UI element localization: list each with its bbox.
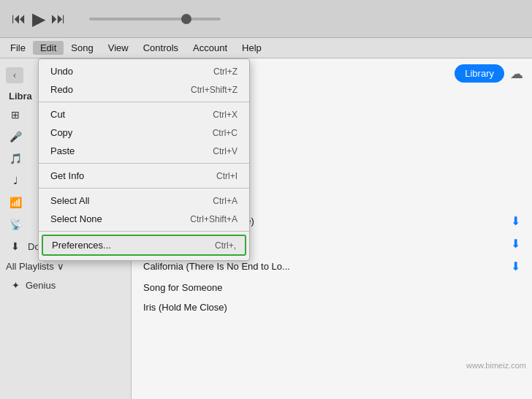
paste-label: Paste	[50, 145, 75, 156]
dropdown-undo[interactable]: Undo Ctrl+Z	[39, 62, 249, 80]
undo-label: Undo	[50, 66, 73, 77]
song-title: Song for Someone	[143, 282, 421, 293]
cut-label: Cut	[50, 109, 65, 120]
chevron-down-icon: ∨	[57, 261, 64, 272]
rewind-button[interactable]: ⏮	[12, 10, 26, 27]
separator-3	[39, 188, 249, 189]
menu-song[interactable]: Song	[64, 41, 100, 55]
menu-file[interactable]: File	[3, 41, 33, 55]
genius-icon: ✦	[12, 280, 20, 291]
cut-shortcut: Ctrl+X	[213, 110, 238, 120]
dropdown-cut[interactable]: Cut Ctrl+X	[39, 105, 249, 123]
mic-icon: 🎤	[9, 130, 22, 143]
dropdown-preferences[interactable]: Preferences... Ctrl+,	[42, 235, 246, 256]
progress-area	[75, 18, 520, 20]
note-icon: ♩	[9, 174, 22, 187]
menu-edit[interactable]: Edit	[33, 41, 64, 55]
music-icon: 🎵	[9, 152, 22, 165]
menu-help[interactable]: Help	[235, 41, 269, 55]
progress-bar[interactable]	[89, 18, 221, 20]
paste-shortcut: Ctrl+V	[213, 146, 238, 156]
edit-dropdown: Undo Ctrl+Z Redo Ctrl+Shift+Z Cut Ctrl+X…	[38, 58, 250, 261]
download-song-icon[interactable]: ⬇	[511, 259, 520, 273]
library-button[interactable]: Library	[455, 64, 504, 83]
separator-4	[39, 231, 249, 232]
select-none-shortcut: Ctrl+Shift+A	[190, 214, 238, 224]
cloud-icon[interactable]: ☁	[510, 66, 523, 82]
select-all-label: Select All	[50, 195, 89, 206]
menu-controls[interactable]: Controls	[136, 41, 186, 55]
redo-shortcut: Ctrl+Shift+Z	[191, 85, 238, 95]
all-playlists-label: All Playlists	[6, 261, 54, 272]
preferences-shortcut: Ctrl+,	[215, 240, 236, 251]
separator-1	[39, 102, 249, 102]
dropdown-copy[interactable]: Copy Ctrl+C	[39, 123, 249, 142]
dropdown-select-all[interactable]: Select All Ctrl+A	[39, 191, 249, 210]
watermark: www.bimeiz.com	[466, 361, 526, 370]
radio-icon: 📡	[9, 218, 22, 231]
preferences-label: Preferences...	[52, 240, 111, 251]
menu-account[interactable]: Account	[186, 41, 235, 55]
forward-button[interactable]: ⏭	[51, 10, 66, 27]
dropdown-select-none[interactable]: Select None Ctrl+Shift+A	[39, 210, 249, 228]
get-info-shortcut: Ctrl+I	[216, 171, 238, 181]
copy-label: Copy	[50, 127, 72, 138]
redo-label: Redo	[50, 84, 73, 95]
song-title: California (There Is No End to Lo...	[143, 261, 421, 272]
back-button[interactable]: ‹	[6, 67, 23, 83]
progress-thumb[interactable]	[181, 14, 191, 24]
copy-shortcut: Ctrl+C	[213, 128, 238, 138]
dropdown-paste[interactable]: Paste Ctrl+V	[39, 142, 249, 160]
menu-view[interactable]: View	[101, 41, 136, 55]
download-icon: ⬇	[9, 240, 22, 253]
separator-2	[39, 163, 249, 164]
menu-bar: File Edit Song View Controls Account Hel…	[0, 38, 532, 58]
get-info-label: Get Info	[50, 170, 84, 181]
download-song-icon[interactable]: ⬇	[511, 214, 520, 228]
undo-shortcut: Ctrl+Z	[213, 66, 238, 77]
table-row[interactable]: Iris (Hold Me Close)	[132, 297, 532, 317]
download-song-icon[interactable]: ⬇	[511, 237, 520, 251]
bar-chart-icon: 📶	[9, 196, 22, 209]
grid-icon: ⊞	[9, 108, 22, 121]
play-button[interactable]: ▶	[32, 9, 45, 29]
genius-label: Genius	[26, 280, 56, 291]
genius-playlist-item[interactable]: ✦ Genius	[0, 276, 131, 294]
player-controls: ⏮ ▶ ⏭	[12, 9, 66, 29]
player-bar: ⏮ ▶ ⏭	[0, 0, 532, 38]
dropdown-get-info[interactable]: Get Info Ctrl+I	[39, 167, 249, 185]
select-none-label: Select None	[50, 213, 102, 224]
table-row[interactable]: Song for Someone	[132, 278, 532, 297]
select-all-shortcut: Ctrl+A	[213, 196, 238, 206]
song-title: Iris (Hold Me Close)	[143, 302, 421, 313]
dropdown-redo[interactable]: Redo Ctrl+Shift+Z	[39, 80, 249, 99]
